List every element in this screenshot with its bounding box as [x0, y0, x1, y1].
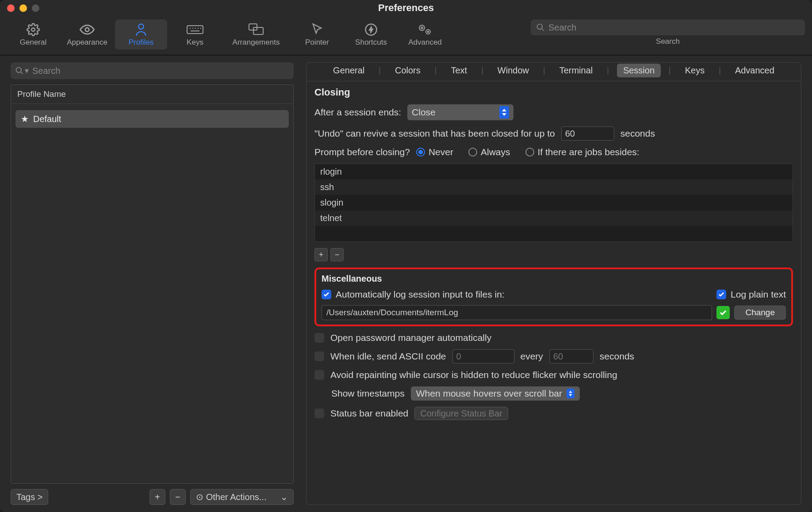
status-bar-checkbox[interactable] — [314, 409, 324, 418]
toolbar-item-advanced[interactable]: Advanced — [399, 19, 451, 50]
after-session-ends-select[interactable]: Close — [407, 104, 513, 120]
toolbar-item-shortcuts[interactable]: Shortcuts — [345, 19, 397, 50]
profile-row-default[interactable]: ★ Default — [15, 110, 289, 128]
job-row[interactable]: telnet — [315, 210, 793, 226]
profiles-header[interactable]: Profile Name — [11, 85, 293, 104]
svg-rect-3 — [187, 26, 203, 34]
close-window-icon[interactable] — [7, 4, 15, 12]
tab-window[interactable]: Window — [491, 64, 535, 77]
show-timestamps-select[interactable]: When mouse hovers over scroll bar — [411, 386, 580, 401]
job-row[interactable]: rlogin — [315, 164, 793, 180]
profiles-search-field[interactable]: ▾ — [11, 62, 294, 79]
open-password-manager-checkbox[interactable] — [314, 333, 324, 343]
path-valid-icon — [716, 306, 730, 319]
bolt-circle-icon — [364, 22, 378, 37]
star-icon: ★ — [21, 114, 29, 124]
avoid-repainting-checkbox[interactable] — [314, 370, 324, 380]
auto-log-checkbox[interactable] — [322, 290, 331, 299]
chevron-down-icon: ⌄ — [280, 492, 288, 502]
chevron-down-icon: ▾ — [25, 66, 29, 76]
idle-suffix: seconds — [600, 351, 634, 362]
idle-prefix: When idle, send ASCII code — [330, 351, 446, 362]
tab-colors[interactable]: Colors — [389, 64, 427, 77]
preferences-toolbar: General Appearance Profiles Keys Arrange… — [0, 16, 812, 55]
undo-seconds-input[interactable] — [561, 126, 614, 141]
tab-text[interactable]: Text — [444, 64, 473, 77]
job-row[interactable]: ssh — [315, 180, 793, 195]
radio-always[interactable]: Always — [468, 147, 510, 157]
svg-point-11 — [537, 24, 543, 30]
minimize-window-icon[interactable] — [19, 4, 27, 12]
svg-point-2 — [138, 24, 144, 29]
profile-name: Default — [33, 114, 61, 124]
gear-icon — [27, 22, 40, 37]
svg-point-10 — [428, 31, 429, 33]
radio-jobs-besides[interactable]: If there are jobs besides: — [525, 147, 640, 157]
gears-icon — [417, 22, 433, 37]
radio-never[interactable]: Never — [416, 147, 453, 157]
change-path-button[interactable]: Change — [734, 306, 786, 320]
toolbar-item-general[interactable]: General — [7, 19, 59, 50]
configure-status-bar-button[interactable]: Configure Status Bar — [414, 407, 508, 420]
svg-point-1 — [85, 28, 89, 32]
toolbar-item-profiles[interactable]: Profiles — [115, 19, 167, 50]
idle-code-input[interactable] — [452, 349, 514, 363]
add-job-button[interactable]: + — [314, 248, 328, 261]
log-plain-label: Log plain text — [731, 289, 786, 300]
radio-icon — [416, 148, 425, 157]
remove-job-button[interactable]: − — [330, 248, 344, 261]
radio-icon — [468, 148, 477, 157]
toolbar-search-label: Search — [656, 37, 680, 46]
job-row[interactable]: slogin — [315, 195, 793, 210]
prompt-before-closing-label: Prompt before closing? — [314, 147, 410, 157]
misc-highlight-box: Miscellaneous Automatically log session … — [314, 267, 793, 326]
titlebar: Preferences — [0, 0, 812, 16]
log-path-input[interactable] — [322, 305, 712, 320]
search-icon — [536, 23, 545, 32]
fullscreen-window-icon[interactable] — [32, 4, 39, 12]
idle-mid: every — [521, 351, 543, 362]
stepper-arrows-icon — [499, 106, 509, 118]
tab-session[interactable]: Session — [617, 64, 661, 77]
search-icon — [15, 66, 24, 75]
other-actions-button[interactable]: ⊙ Other Actions... ⌄ — [190, 489, 294, 505]
toolbar-item-arrangements[interactable]: Arrangements — [223, 19, 289, 50]
svg-point-7 — [419, 25, 425, 31]
add-profile-button[interactable]: + — [149, 489, 165, 505]
person-icon — [135, 22, 147, 37]
jobs-list[interactable]: rlogin ssh slogin telnet — [314, 164, 793, 242]
windows-icon — [248, 22, 264, 37]
toolbar-search-field[interactable] — [531, 19, 805, 35]
toolbar-search-input[interactable] — [548, 23, 800, 33]
tags-button[interactable]: Tags > — [11, 489, 48, 505]
show-timestamps-label: Show timestamps — [331, 388, 405, 399]
toolbar-item-pointer[interactable]: Pointer — [291, 19, 343, 50]
avoid-repainting-label: Avoid repainting while cursor is hidden … — [330, 370, 617, 380]
closing-heading: Closing — [314, 87, 793, 98]
radio-icon — [525, 148, 534, 157]
tab-terminal[interactable]: Terminal — [553, 64, 599, 77]
toolbar-item-appearance[interactable]: Appearance — [61, 19, 113, 50]
tab-general[interactable]: General — [327, 64, 371, 77]
actions-icon: ⊙ — [196, 492, 203, 502]
idle-every-input[interactable] — [549, 349, 594, 363]
remove-profile-button[interactable]: − — [170, 489, 186, 505]
auto-log-label: Automatically log session input to files… — [336, 289, 505, 300]
svg-rect-5 — [253, 27, 263, 34]
stepper-arrows-icon — [567, 389, 575, 398]
job-row-empty[interactable] — [315, 226, 793, 241]
profiles-search-input[interactable] — [32, 66, 289, 76]
undo-suffix: seconds — [620, 128, 655, 139]
tab-advanced[interactable]: Advanced — [729, 64, 781, 77]
tab-keys[interactable]: Keys — [679, 64, 711, 77]
idle-ascii-checkbox[interactable] — [314, 352, 324, 361]
misc-heading: Miscellaneous — [322, 274, 786, 284]
toolbar-item-keys[interactable]: Keys — [169, 19, 221, 50]
after-session-ends-label: After a session ends: — [314, 107, 401, 118]
keyboard-icon — [186, 22, 204, 37]
eye-icon — [80, 22, 95, 37]
svg-point-12 — [16, 68, 22, 73]
window-title: Preferences — [378, 2, 434, 14]
log-plain-text-checkbox[interactable] — [716, 290, 726, 299]
svg-point-9 — [421, 27, 423, 29]
